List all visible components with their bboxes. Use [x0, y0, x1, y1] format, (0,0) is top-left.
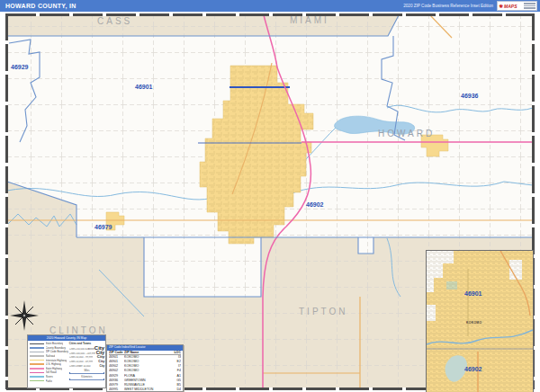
legend-swatch	[30, 352, 44, 353]
legend-swatch	[30, 355, 44, 357]
inset-zip-label-46902: 46902	[464, 366, 482, 372]
table-row: 46902KOKOMOI7	[107, 364, 183, 369]
table-row: 46936GREENTOWNG5	[107, 378, 183, 382]
county-label-cass: CASS	[97, 16, 132, 26]
legend-swatch	[30, 360, 44, 361]
legend-swatch	[30, 343, 44, 345]
scale-bar-miles: Miles	[69, 370, 104, 374]
county-label-howard: HOWARD	[378, 129, 435, 138]
zip-index-table: ZIP Code Index/Grid Locator ZIP Code ZIP…	[106, 344, 184, 392]
edition-label: 2020 ZIP Code Business Reference Inset E…	[403, 4, 493, 8]
inset-map: 46901 KOKOMO 46902	[426, 250, 534, 392]
table-row: 46902KOKOMOF4	[107, 369, 183, 373]
map-page: CASS MIAMI HOWARD TIPTON CLINTON 46929 4…	[0, 0, 540, 392]
map-frame-top	[6, 13, 534, 16]
inset-zip-label-46901: 46901	[464, 290, 482, 297]
zip-label-46936: 46936	[461, 93, 478, 99]
map-frame-left	[5, 13, 8, 389]
legend-symbols: State Boundary County Boundary ZIP Code …	[30, 342, 68, 383]
scale-bar-kilometers: Kilometers	[69, 376, 104, 380]
legend-swatch	[30, 376, 44, 378]
legend-swatch	[30, 380, 44, 382]
logo-fine-print	[524, 3, 536, 8]
page-title: HOWARD COUNTY, IN	[5, 3, 76, 9]
legend-swatch	[30, 347, 44, 349]
publisher-logo: ✺ MAPS	[497, 1, 537, 11]
county-label-miami: MIAMI	[290, 15, 329, 25]
map-legend: 2020 Howard County, IN Map State Boundar…	[27, 334, 106, 388]
zip-label-46929: 46929	[11, 64, 28, 70]
logo-globe-icon: ✺	[499, 4, 503, 9]
legend-swatch	[30, 372, 44, 374]
legend-cities: Cities and Towns Cities 250,000 & AboveC…	[68, 342, 104, 383]
table-row: 46901KOKOMOE2	[107, 360, 183, 364]
legend-swatch	[30, 363, 44, 365]
table-row: 46901KOKOMOI3	[107, 355, 183, 360]
table-row: 46995WEST MIDDLETOND4	[107, 387, 183, 391]
legend-item: Parks	[30, 379, 68, 383]
table-row: 46979RUSSIAVILLEB5	[107, 382, 183, 387]
title-bar: HOWARD COUNTY, IN 2020 ZIP Code Business…	[0, 0, 540, 12]
zip-label-46902: 46902	[306, 201, 323, 208]
zip-table-header: ZIP Code ZIP Name LOC	[107, 351, 183, 355]
legend-city-row: Cities Under 10,000City	[69, 364, 104, 369]
zip-label-46901: 46901	[135, 84, 152, 90]
logo-wordmark: MAPS	[504, 4, 517, 9]
county-label-tipton: TIPTON	[299, 307, 347, 316]
table-row: 46929FLORAA1	[107, 373, 183, 378]
inset-city-label-kokomo: KOKOMO	[466, 321, 482, 325]
legend-swatch	[30, 368, 44, 370]
zip-label-46979: 46979	[94, 224, 112, 230]
